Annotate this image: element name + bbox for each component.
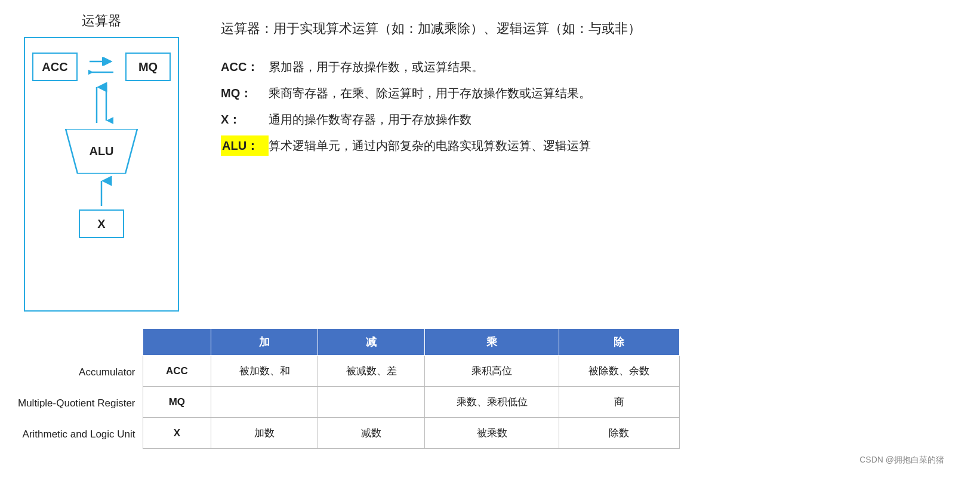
x-register-box: X [79, 209, 124, 238]
table-cell-mq-add [211, 387, 318, 418]
table-header-row: 加 减 乘 除 [143, 329, 679, 356]
col-header-mul: 乘 [425, 329, 559, 356]
table-row: X 加数 减数 被乘数 除数 [143, 418, 679, 449]
def-row-x: X： 通用的操作数寄存器，用于存放操作数 [221, 109, 641, 130]
table-section: Accumulator Multiple-Quotient Register A… [18, 328, 962, 450]
diagram-area: 运算器 ACC M [18, 12, 185, 312]
row-label-accumulator: Accumulator [18, 357, 135, 388]
col-header-reg [143, 329, 211, 356]
def-val-alu: 算术逻辑单元，通过内部复杂的电路实现算数运算、逻辑运算 [269, 135, 591, 156]
table-cell-mq-sub [318, 387, 425, 418]
table-row: ACC 被加数、和 被减数、差 乘积高位 被除数、余数 [143, 356, 679, 387]
description-area: 运算器：用于实现算术运算（如：加减乘除）、逻辑运算（如：与或非） ACC： 累加… [221, 12, 641, 156]
table-cell-x-div: 除数 [559, 418, 679, 449]
table-cell-acc-div: 被除数、余数 [559, 356, 679, 387]
def-val-x: 通用的操作数寄存器，用于存放操作数 [269, 109, 471, 130]
mq-register-box: MQ [125, 53, 171, 81]
row-labels: Accumulator Multiple-Quotient Register A… [18, 328, 143, 450]
table-cell-x-add: 加数 [211, 418, 318, 449]
def-row-alu: ALU： 算术逻辑单元，通过内部复杂的电路实现算数运算、逻辑运算 [221, 135, 641, 156]
alu-x-arrow [90, 176, 113, 207]
svg-text:ALU: ALU [89, 144, 113, 158]
left-arrow-icon [88, 68, 115, 76]
def-val-mq: 乘商寄存器，在乘、除运算时，用于存放操作数或运算结果。 [269, 83, 591, 103]
acc-alu-arrows [90, 82, 113, 125]
def-key-mq: MQ： [221, 83, 269, 103]
top-section: 运算器 ACC M [18, 12, 962, 312]
x-box-wrap: X [79, 209, 124, 238]
row-label-mq-register: Multiple-Quotient Register [18, 388, 135, 419]
table-cell-mq-reg: MQ [143, 387, 211, 418]
def-row-mq: MQ： 乘商寄存器，在乘、除运算时，用于存放操作数或运算结果。 [221, 83, 641, 103]
main-container: 运算器 ACC M [0, 0, 980, 471]
alu-shape-icon: ALU [60, 129, 143, 174]
def-val-acc: 累加器，用于存放操作数，或运算结果。 [269, 57, 483, 77]
def-key-acc: ACC： [221, 57, 269, 77]
col-header-add: 加 [211, 329, 318, 356]
table-cell-acc-add: 被加数、和 [211, 356, 318, 387]
table-cell-mq-div: 商 [559, 387, 679, 418]
up-down-arrows-icon [90, 82, 113, 125]
def-key-x: X： [221, 109, 269, 130]
acc-register-box: ACC [32, 53, 78, 81]
desc-definitions: ACC： 累加器，用于存放操作数，或运算结果。 MQ： 乘商寄存器，在乘、除运算… [221, 57, 641, 156]
table-row: MQ 乘数、乘积低位 商 [143, 387, 679, 418]
row-label-alu: Arithmetic and Logic Unit [18, 419, 135, 450]
description-line1: 运算器：用于实现算术运算（如：加减乘除）、逻辑运算（如：与或非） [221, 18, 641, 39]
table-cell-x-mul: 被乘数 [425, 418, 559, 449]
up-arrow-icon [90, 176, 113, 207]
acc-mq-arrows [88, 57, 115, 76]
table-cell-acc-sub: 被减数、差 [318, 356, 425, 387]
table-cell-acc-reg: ACC [143, 356, 211, 387]
table-cell-mq-mul: 乘数、乘积低位 [425, 387, 559, 418]
col-header-div: 除 [559, 329, 679, 356]
main-table: 加 减 乘 除 ACC 被加数、和 被减数、差 乘积高位 被除数、余数 MQ [143, 328, 680, 449]
def-key-alu: ALU： [221, 135, 269, 156]
diagram-box: ACC MQ [24, 37, 179, 312]
alu-shape-wrap: ALU [60, 129, 143, 174]
col-header-sub: 减 [318, 329, 425, 356]
table-cell-acc-mul: 乘积高位 [425, 356, 559, 387]
acc-mq-row: ACC MQ [32, 53, 171, 81]
footer: CSDN @拥抱白菜的猪 [18, 450, 962, 466]
diagram-title: 运算器 [82, 12, 121, 30]
right-arrow-icon [88, 57, 115, 66]
table-cell-x-sub: 减数 [318, 418, 425, 449]
table-cell-x-reg: X [143, 418, 211, 449]
row-label-header [18, 328, 135, 357]
def-row-acc: ACC： 累加器，用于存放操作数，或运算结果。 [221, 57, 641, 77]
footer-text: CSDN @拥抱白菜的猪 [859, 455, 944, 466]
